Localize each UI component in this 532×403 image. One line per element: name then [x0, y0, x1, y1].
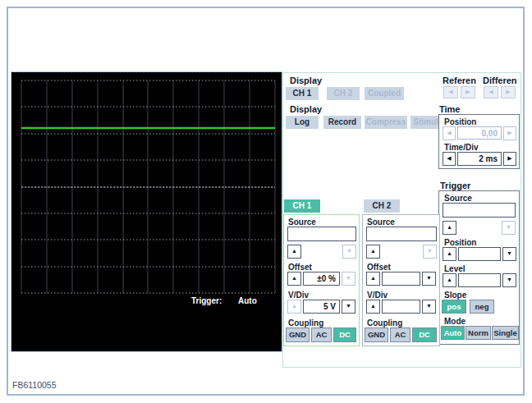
trigger-status-value: Auto — [238, 296, 257, 305]
up-arrow-icon: ▲ — [370, 303, 376, 309]
ch2-offset-down-button[interactable]: ▼ — [422, 272, 436, 286]
right-arrow-icon: ▶ — [466, 89, 470, 94]
mode-single-button[interactable]: Single — [492, 326, 519, 340]
ch2-gnd-button[interactable]: GND — [365, 327, 388, 342]
ch1-coupling-label: Coupling — [288, 318, 323, 327]
compress-button[interactable]: Compress — [365, 116, 407, 129]
ch1-ac-button[interactable]: AC — [311, 327, 332, 342]
ch1-offset-up-button[interactable]: ▲ — [287, 272, 301, 286]
figure-code: FB6110055 — [12, 380, 57, 390]
up-arrow-icon: ▲ — [291, 275, 297, 281]
down-arrow-icon: ▼ — [507, 277, 512, 282]
up-arrow-icon: ▲ — [370, 248, 376, 254]
ch1-offset-value: ±0 % — [303, 272, 340, 286]
display-ch2-button[interactable]: CH 2 — [327, 87, 360, 100]
up-arrow-icon: ▲ — [370, 275, 376, 281]
up-arrow-icon: ▲ — [447, 224, 452, 230]
time-position-value: 0,00 — [457, 126, 502, 140]
trigger-status-label: Trigger: — [191, 296, 222, 305]
ch1-source-field[interactable] — [287, 227, 356, 241]
ch1-source-down-button[interactable]: ▼ — [342, 245, 356, 259]
trigger-title: Trigger — [440, 181, 470, 190]
ch2-source-label: Source — [367, 218, 395, 227]
trigger-source-down-button[interactable]: ▼ — [502, 221, 516, 235]
differen-left-button[interactable]: ◀ — [484, 86, 498, 98]
ch1-vdiv-label: V/Div — [288, 291, 309, 300]
ch1-offset-down-button[interactable]: ▼ — [342, 272, 355, 286]
referen-right-button[interactable]: ▶ — [461, 86, 475, 98]
timediv-right-button[interactable]: ▶ — [503, 152, 516, 166]
log-button[interactable]: Log — [286, 116, 319, 129]
ch1-source-up-button[interactable]: ▲ — [287, 245, 301, 259]
timediv-label: Time/Div — [444, 143, 479, 152]
referen-left-button[interactable]: ◀ — [443, 86, 458, 98]
trigger-slope-label: Slope — [444, 291, 466, 300]
ch1-gnd-button[interactable]: GND — [286, 327, 310, 342]
up-arrow-icon: ▲ — [447, 250, 452, 256]
right-arrow-icon: ▶ — [507, 130, 511, 135]
up-arrow-icon: ▲ — [291, 248, 297, 254]
down-arrow-icon: ▼ — [427, 248, 433, 254]
ch2-ac-button[interactable]: AC — [390, 327, 410, 342]
down-arrow-icon: ▼ — [426, 303, 432, 309]
ch2-source-down-button[interactable]: ▼ — [423, 245, 437, 259]
trigger-position-up-button[interactable]: ▲ — [443, 247, 456, 261]
left-arrow-icon: ◀ — [447, 155, 451, 161]
display-channels-title: Display — [290, 76, 322, 85]
ch2-source-field[interactable] — [366, 227, 437, 241]
slope-neg-button[interactable]: neg — [470, 300, 494, 314]
time-position-left-button[interactable]: ◀ — [443, 126, 456, 140]
trigger-level-down-button[interactable]: ▼ — [502, 273, 516, 287]
trigger-level-up-button[interactable]: ▲ — [443, 273, 456, 287]
ch2-offset-label: Offset — [367, 263, 391, 272]
ch2-offset-up-button[interactable]: ▲ — [366, 272, 380, 286]
trigger-level-label: Level — [444, 264, 466, 273]
slope-pos-button[interactable]: pos — [442, 300, 466, 314]
down-arrow-icon: ▼ — [426, 275, 432, 281]
ch2-coupling-label: Coupling — [367, 318, 402, 327]
differen-right-button[interactable]: ▶ — [501, 86, 516, 98]
tab-ch2[interactable]: CH 2 — [364, 199, 400, 213]
down-arrow-icon: ▼ — [346, 248, 352, 254]
trigger-level-value — [458, 273, 501, 287]
trigger-source-field[interactable] — [443, 203, 516, 218]
left-arrow-icon: ◀ — [448, 89, 452, 94]
tab-ch1[interactable]: CH 1 — [284, 199, 320, 213]
ch1-vdiv-up-button[interactable]: ▲ — [287, 300, 301, 314]
trigger-groupbox: Source ▲ ▼ Position ▲ ▼ Level ▲ ▼ Slope … — [438, 190, 520, 345]
mode-norm-button[interactable]: Norm — [466, 326, 491, 340]
trigger-mode-label: Mode — [444, 317, 466, 326]
trigger-position-down-button[interactable]: ▼ — [502, 247, 516, 261]
ch1-offset-label: Offset — [288, 263, 312, 272]
ch1-vdiv-down-button[interactable]: ▼ — [342, 300, 355, 314]
down-arrow-icon: ▼ — [506, 224, 511, 230]
down-arrow-icon: ▼ — [507, 250, 512, 256]
left-arrow-icon: ◀ — [488, 89, 493, 94]
referen-title: Referen — [443, 76, 476, 85]
control-panel: Display CH 1 CH 2 Coupled Referen Differ… — [282, 72, 521, 368]
trigger-position-label: Position — [444, 238, 476, 247]
left-arrow-icon: ◀ — [447, 130, 451, 135]
record-button[interactable]: Record — [323, 116, 361, 129]
up-arrow-icon: ▲ — [447, 277, 452, 282]
timediv-left-button[interactable]: ◀ — [443, 152, 456, 166]
display-coupled-button[interactable]: Coupled — [365, 87, 404, 100]
time-position-right-button[interactable]: ▶ — [503, 126, 516, 140]
ch1-panel: Source ▲ ▼ Offset ▲ ±0 % ▼ V/Div ▲ 5 V ▼… — [283, 214, 360, 346]
down-arrow-icon: ▼ — [346, 275, 351, 281]
ch2-vdiv-value — [382, 300, 420, 314]
ch2-vdiv-down-button[interactable]: ▼ — [422, 300, 436, 314]
ch1-vdiv-value: 5 V — [303, 300, 340, 314]
mode-auto-button[interactable]: Auto — [441, 326, 465, 340]
up-arrow-icon: ▲ — [291, 303, 297, 309]
ch2-vdiv-up-button[interactable]: ▲ — [366, 300, 380, 314]
ch2-source-up-button[interactable]: ▲ — [366, 245, 380, 259]
differen-title: Differen — [483, 76, 517, 85]
trigger-source-label: Source — [444, 194, 472, 203]
display-ch1-button[interactable]: CH 1 — [286, 87, 319, 100]
ch2-dc-button[interactable]: DC — [412, 327, 437, 342]
down-arrow-icon: ▼ — [346, 303, 351, 309]
ch1-dc-button[interactable]: DC — [333, 327, 356, 342]
trigger-source-up-button[interactable]: ▲ — [443, 221, 456, 235]
time-position-label: Position — [444, 117, 476, 126]
